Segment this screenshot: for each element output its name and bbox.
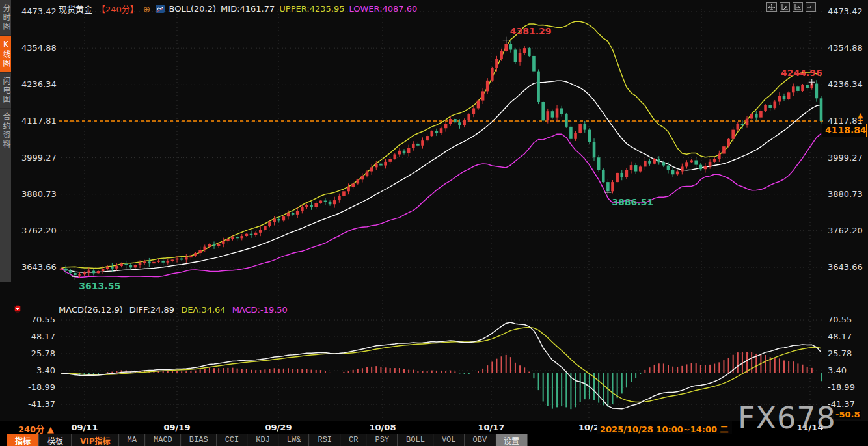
period-label: 【240分】 (97, 3, 139, 15)
sidebar-item-3[interactable]: 合约资料 (0, 109, 11, 153)
svg-text:4381.29: 4381.29 (510, 26, 552, 36)
macd-axis-right-label: 70.55 (828, 315, 852, 324)
hover-datetime-label: 2025/10/28 10:00~14:00 二 (597, 421, 732, 434)
price-axis-right-label: 4354.88 (828, 43, 863, 53)
price-axis-left-label: 3880.73 (21, 189, 55, 199)
macd-legend: MACD(26,12,9) DIFF:24.89 DEA:34.64 MACD:… (59, 305, 288, 315)
toolbar-tab-VIP指标[interactable]: VIP指标 (72, 434, 119, 446)
toolbar-tab-PSY[interactable]: PSY (366, 434, 398, 446)
last-price-box: 4118.84 (822, 124, 867, 137)
go-to-end-icon[interactable] (806, 2, 816, 12)
price-axis-left-label: 4117.81 (21, 116, 55, 125)
price-axis-left-label: 4354.88 (21, 43, 55, 53)
svg-text:3886.51: 3886.51 (612, 197, 653, 207)
price-axis-left-label: 4236.34 (21, 79, 55, 89)
sidebar-item-0[interactable]: 分时图 (0, 0, 11, 36)
line-chart-icon[interactable] (156, 5, 165, 13)
macd-axis-marker: -50.8 (834, 410, 861, 419)
svg-text:3613.55: 3613.55 (79, 281, 120, 291)
boll-lower-value: LOWER:4087.60 (349, 4, 417, 14)
price-axis-left-label: 3999.27 (21, 153, 55, 163)
boll-upper-value: UPPER:4235.95 (279, 4, 344, 14)
price-axis-left-label: 3762.20 (21, 226, 55, 235)
macd-value: MACD:-19.50 (232, 305, 288, 315)
macd-axis-right-label: 3.40 (828, 365, 847, 375)
sidebar-item-2[interactable]: 闪电图 (0, 73, 11, 109)
boll-mid-value: MID:4161.77 (221, 4, 275, 14)
macd-axis-left-label: 48.17 (21, 332, 55, 341)
macd-axis-right-label: 48.17 (828, 332, 852, 341)
date-tick-label: 09/11 (72, 423, 98, 432)
toolbar-tab-MA[interactable]: MA (119, 434, 145, 446)
chart-mode-sidebar: 分时图K线图闪电图合约资料 (0, 0, 11, 282)
price-axis-left-label: 4473.42 (21, 7, 55, 16)
price-axis-right-label: 3999.27 (828, 153, 863, 163)
symbol-name: 现货黄金 (59, 3, 92, 15)
axis-fit-icon[interactable] (780, 2, 790, 12)
fx678-watermark: FX678 (738, 400, 836, 436)
toolbar-tab-CCI[interactable]: CCI (217, 434, 248, 446)
svg-text:4244.96: 4244.96 (781, 68, 822, 78)
toolbar-tab-指标[interactable]: 指标 (7, 434, 39, 446)
boll-legend: 现货黄金 【240分】 ⊕ BOLL(20,2) MID:4161.77 UPP… (59, 3, 417, 15)
date-tick-label: 10/08 (370, 423, 396, 432)
price-axis-right-label: 3762.20 (828, 226, 863, 235)
chart-tool-icons (766, 2, 816, 12)
axis-shift-icon[interactable] (793, 2, 803, 12)
toolbar-tab-BOLL[interactable]: BOLL (398, 434, 433, 446)
date-tick-label: 09/29 (265, 423, 292, 432)
price-axis-right-label: 3643.66 (828, 262, 863, 272)
macd-axis-right-label: 25.78 (828, 348, 852, 358)
macd-axis-left-label: -41.37 (21, 399, 55, 409)
date-tick-label: 10/17 (478, 423, 505, 432)
toolbar-tab-LW&[interactable]: LW& (278, 434, 310, 446)
macd-diff-value: DIFF:24.89 (129, 305, 174, 315)
macd-axis-right-label: -18.99 (828, 382, 855, 392)
price-axis-right-label: 3880.73 (828, 189, 863, 199)
indicator-toolbar: 指标模板VIP指标MAMACDBIASCCIKDJLW&RSICRPSYBOLL… (0, 434, 868, 446)
macd-axis-left-label: -18.99 (21, 382, 55, 392)
price-marker-arrow-icon: ▲━ (858, 113, 863, 124)
macd-params: MACD(26,12,9) (59, 305, 123, 315)
period-selector[interactable]: 240分 ▲ (18, 423, 54, 435)
toolbar-tab-模板[interactable]: 模板 (39, 434, 72, 446)
trading-app-window: 3613.554381.293886.514244.96 分时图K线图闪电图合约… (0, 0, 868, 446)
macd-axis-left-label: 70.55 (21, 315, 55, 324)
toolbar-tab-OBV[interactable]: OBV (465, 434, 496, 446)
toolbar-tab-CR[interactable]: CR (340, 434, 366, 446)
circle-plus-icon[interactable]: ⊕ (143, 4, 151, 14)
pan-icon[interactable] (766, 2, 777, 12)
toolbar-tab-VOL[interactable]: VOL (433, 434, 465, 446)
price-axis-left-label: 3643.66 (21, 262, 55, 272)
price-axis-right-label: 4473.42 (828, 7, 863, 16)
macd-dea-value: DEA:34.64 (181, 305, 226, 315)
toolbar-tab-KDJ[interactable]: KDJ (247, 434, 278, 446)
toolbar-tab-MACD[interactable]: MACD (145, 434, 181, 446)
live-indicator-icon[interactable] (13, 304, 22, 313)
price-axis-right-label: 4236.34 (828, 79, 863, 89)
kline-chart-canvas[interactable]: 3613.554381.293886.514244.96 (0, 0, 868, 446)
toolbar-tab-BIAS[interactable]: BIAS (181, 434, 217, 446)
toolbar-tab-设置[interactable]: 设置 (495, 434, 528, 446)
sidebar-item-1[interactable]: K线图 (0, 36, 11, 73)
macd-axis-left-label: 25.78 (21, 348, 55, 358)
date-tick-label: 09/19 (164, 423, 191, 432)
boll-params: BOLL(20,2) (169, 4, 217, 14)
toolbar-tab-RSI[interactable]: RSI (309, 434, 340, 446)
macd-axis-left-label: 3.40 (21, 365, 55, 375)
